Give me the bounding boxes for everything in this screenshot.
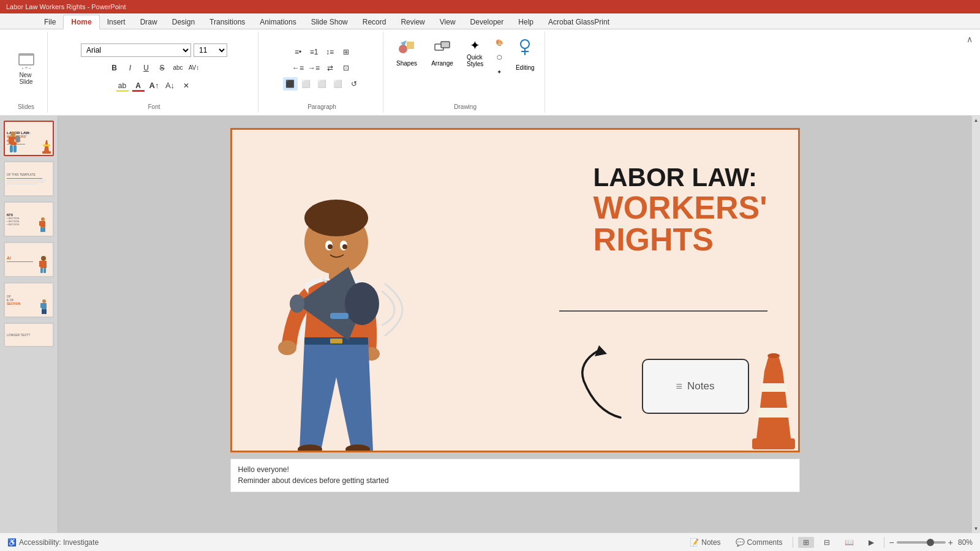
tab-insert[interactable]: Insert xyxy=(100,15,133,29)
svg-rect-21 xyxy=(42,151,51,154)
editing-button[interactable]: Editing xyxy=(510,36,540,73)
svg-rect-57 xyxy=(752,438,795,449)
char-spacing-button[interactable]: AV↕ xyxy=(187,61,202,75)
svg-point-18 xyxy=(15,135,20,143)
underline-button[interactable]: U xyxy=(139,61,154,75)
bold-button[interactable]: B xyxy=(107,61,122,75)
reading-view-icon: 📖 xyxy=(845,538,854,547)
justify-button[interactable]: ⬜ xyxy=(331,77,345,91)
tab-home[interactable]: Home xyxy=(63,15,99,29)
tab-draw[interactable]: Draw xyxy=(133,15,165,29)
ribbon-content: NewSlide Slides Arial 11 B I U xyxy=(0,29,980,115)
align-center-button[interactable]: ⬜ xyxy=(299,77,314,91)
scroll-down-button[interactable]: ▼ xyxy=(972,524,981,533)
align-left-button[interactable]: ⬛ xyxy=(283,77,298,91)
comments-icon: 💬 xyxy=(736,538,745,547)
arrange-button[interactable]: Arrange xyxy=(426,34,458,69)
quick-styles-icon: ✦ xyxy=(470,38,480,53)
tab-slideshow[interactable]: Slide Show xyxy=(304,15,355,29)
align-right-button[interactable]: ⬜ xyxy=(315,77,330,91)
zoom-in-icon[interactable]: + xyxy=(948,538,953,547)
slideshow-button[interactable]: ▶ xyxy=(864,537,879,548)
svg-rect-38 xyxy=(44,309,47,314)
notes-lines-icon: ≡ xyxy=(676,380,683,393)
numbering-button[interactable]: ≡1 xyxy=(307,45,322,59)
zoom-thumb[interactable] xyxy=(927,539,934,546)
clear-format-button[interactable]: ✕ xyxy=(179,79,194,92)
tab-view[interactable]: View xyxy=(432,15,463,29)
text-direction-button[interactable]: ↺ xyxy=(347,77,361,91)
tab-developer[interactable]: Developer xyxy=(463,15,511,29)
main-area: LABOR LAW: WORKERS' RIGHTS xyxy=(0,116,980,533)
strikethrough-button[interactable]: S xyxy=(155,61,170,75)
shadow-button[interactable]: abc xyxy=(171,61,186,75)
shape-effects-button[interactable]: ✦ xyxy=(492,65,507,78)
svg-point-29 xyxy=(41,256,46,261)
svg-point-43 xyxy=(328,244,333,249)
shape-outline-button[interactable]: ⬡ xyxy=(492,50,507,64)
shape-fill-button[interactable]: 🎨 xyxy=(492,36,507,49)
tab-transitions[interactable]: Transitions xyxy=(202,15,252,29)
accessibility-status[interactable]: ♿ Accessibility: Investigate xyxy=(7,538,99,547)
font-family-select[interactable]: Arial xyxy=(81,43,191,57)
zoom-control[interactable]: − + xyxy=(889,538,953,547)
slide-thumb-4[interactable]: A! xyxy=(4,242,54,277)
slide-thumb-3[interactable]: NTS • SECTION • SECTION • SECTION xyxy=(4,201,54,237)
notes-status-button[interactable]: 📝 Notes xyxy=(685,537,725,548)
right-scrollbar[interactable]: ▲ ▼ xyxy=(971,116,980,533)
svg-point-44 xyxy=(342,244,347,249)
new-slide-button[interactable]: NewSlide xyxy=(12,48,41,88)
svg-marker-58 xyxy=(756,371,791,438)
slide-thumb-6[interactable]: LONGER TEXT? xyxy=(4,323,54,347)
ribbon-collapse-button[interactable]: ∧ xyxy=(967,34,973,44)
svg-rect-26 xyxy=(39,221,42,226)
convert-smartart-button[interactable]: ⊡ xyxy=(339,61,353,75)
columns-button[interactable]: ⊞ xyxy=(339,45,353,59)
tab-acrobat[interactable]: Acrobat GlassPrint xyxy=(541,15,617,29)
svg-rect-55 xyxy=(330,313,349,319)
arrange-icon xyxy=(431,37,453,59)
tab-file[interactable]: File xyxy=(37,15,63,29)
zoom-slider[interactable] xyxy=(897,541,946,544)
indent-increase-button[interactable]: →≡ xyxy=(307,61,322,75)
font-color-button[interactable]: A xyxy=(131,79,146,92)
tab-help[interactable]: Help xyxy=(511,15,541,29)
highlight-button[interactable]: ab xyxy=(115,79,130,92)
slideshow-icon: ▶ xyxy=(869,538,874,547)
font-size-select[interactable]: 11 xyxy=(194,43,227,57)
slide-title-sub1: WORKERS' xyxy=(594,192,767,223)
svg-point-24 xyxy=(41,217,45,221)
zoom-level-label[interactable]: 80% xyxy=(958,538,973,547)
tab-design[interactable]: Design xyxy=(165,15,202,29)
slide-sorter-button[interactable]: ⊟ xyxy=(819,537,835,548)
linespacing-button[interactable]: ↕≡ xyxy=(323,45,337,59)
quick-styles-button[interactable]: ✦ QuickStyles xyxy=(462,36,488,70)
shapes-button[interactable]: Shapes xyxy=(391,34,423,69)
tab-animations[interactable]: Animations xyxy=(252,15,303,29)
tab-record[interactable]: Record xyxy=(355,15,394,29)
status-separator2 xyxy=(884,537,884,548)
notes-box-on-slide[interactable]: ≡ Notes xyxy=(642,359,749,414)
normal-view-button[interactable]: ⊞ xyxy=(798,537,814,548)
italic-button[interactable]: I xyxy=(123,61,138,75)
slide-thumb-5[interactable]: OF E OF SECTION xyxy=(4,282,54,318)
svg-rect-7 xyxy=(407,42,414,49)
notes-line1: Hello everyone! xyxy=(238,464,792,475)
notes-area[interactable]: Hello everyone! Reminder about devices b… xyxy=(230,459,800,492)
bullets-button[interactable]: ≡• xyxy=(291,45,306,59)
fontsize-decrease-button[interactable]: A↓ xyxy=(163,79,178,92)
scroll-up-button[interactable]: ▲ xyxy=(972,116,981,124)
slide-title-sub2: RIGHTS xyxy=(594,223,767,255)
slide-thumb-2[interactable]: OF THIS TEMPLATE xyxy=(4,161,54,197)
shapes-label: Shapes xyxy=(396,60,417,67)
slide-canvas[interactable]: LABOR LAW: WORKERS' RIGHTS xyxy=(230,128,800,452)
indent-decrease-button[interactable]: ←≡ xyxy=(291,61,306,75)
tab-review[interactable]: Review xyxy=(393,15,432,29)
normal-view-icon: ⊞ xyxy=(803,538,809,547)
reading-view-button[interactable]: 📖 xyxy=(840,537,859,548)
fontsize-increase-button[interactable]: A↑ xyxy=(147,79,162,92)
rtl-ltr-button[interactable]: ⇄ xyxy=(323,61,337,75)
zoom-out-icon[interactable]: − xyxy=(889,538,894,547)
slide-thumb-1[interactable]: LABOR LAW: WORKERS' RIGHTS xyxy=(4,121,54,156)
comments-status-button[interactable]: 💬 Comments xyxy=(731,537,788,548)
